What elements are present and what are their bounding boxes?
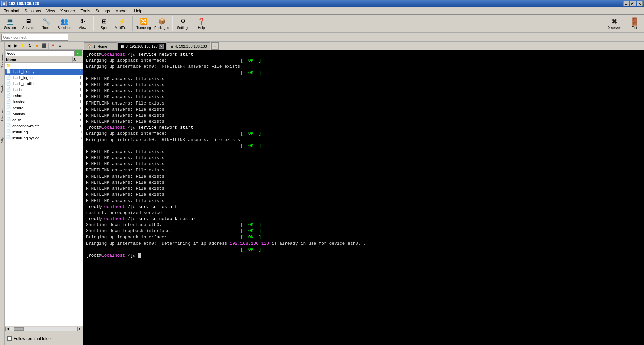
toolbar-tools[interactable]: 🔧 Tools	[38, 16, 55, 32]
file-item[interactable]: 📄 .bash_profile 1	[5, 81, 83, 87]
file-item[interactable]: 📄 .bash_logout 1	[5, 75, 83, 81]
tab-1-home[interactable]: 🏠 1. Home	[84, 42, 117, 50]
multiexec-label: MultiExec	[115, 26, 129, 30]
term-path: /]#	[125, 204, 136, 209]
file-list-header: Name S	[5, 57, 83, 63]
xserver-button[interactable]: ✖ X server	[604, 17, 625, 30]
side-label-sftp[interactable]: Sftp	[0, 135, 4, 145]
exit-button[interactable]: 🚪 Exit	[626, 17, 643, 30]
file-item[interactable]: 📄 .bashrc 1	[5, 87, 83, 93]
toolbar-packages[interactable]: 📦 Packages	[153, 16, 170, 32]
terminal-line: RTNETLINK answers: File exists	[86, 119, 641, 125]
terminal-line: [root@localhost /]#	[86, 253, 641, 259]
toolbar-split[interactable]: ⊞ Split	[95, 16, 113, 32]
tab-2-active[interactable]: 🖥 3. 192.168.136.128 ✕	[117, 42, 167, 50]
view-label: View	[79, 26, 86, 30]
packages-icon: 📦	[158, 17, 166, 25]
file-panel-footer: Follow terminal folder	[5, 332, 83, 345]
tab-2-icon: 🖥	[120, 44, 124, 49]
file-name: .lesshst	[12, 100, 73, 104]
menu-macros[interactable]: Macros	[113, 8, 131, 14]
toolbar-settings[interactable]: ⚙ Settings	[174, 16, 192, 32]
scroll-right-arrow[interactable]: ▶	[77, 327, 82, 331]
file-item[interactable]: 📄 .lesshst 1	[5, 99, 83, 105]
terminal-line: RTNETLINK answers: File exists	[86, 94, 641, 100]
menu-sessions[interactable]: Sessions	[22, 8, 44, 14]
fp-more-button[interactable]: ≡	[57, 42, 63, 49]
terminal-line: Bringing up loopback interface: [ OK ]	[86, 234, 641, 240]
terminal-line: restart: unrecognized service	[86, 210, 641, 216]
side-label-tools[interactable]: Tools	[0, 83, 4, 94]
new-tab-button[interactable]: +	[211, 42, 219, 50]
file-size: 1	[73, 106, 82, 110]
file-item[interactable]: 📄 install.log 9	[5, 129, 83, 135]
side-label-macros[interactable]: Macros	[0, 108, 4, 122]
file-item[interactable]: 📄 install.log.syslog 3	[5, 135, 83, 141]
toolbar-help[interactable]: ❓ Help	[193, 16, 210, 32]
menu-view[interactable]: View	[44, 8, 58, 14]
servers-label: Servers	[22, 26, 34, 30]
term-cmd: service restart	[136, 204, 177, 209]
close-button[interactable]: ✕	[637, 1, 643, 6]
fp-home-button[interactable]: ⬆	[19, 42, 26, 49]
file-item[interactable]: 📄 anaconda-ks.cfg 1	[5, 123, 83, 129]
terminal-line: Bringing up interface eth0: RTNETLINK an…	[86, 137, 641, 143]
terminal-line: RTNETLINK answers: File exists	[86, 198, 641, 204]
menu-tools[interactable]: Tools	[78, 8, 93, 14]
fp-back-button[interactable]: ◀	[5, 42, 12, 49]
toolbar-multiexec[interactable]: ⚡ MultiExec	[113, 16, 131, 32]
file-item[interactable]: 📄 .viminfo 1	[5, 111, 83, 117]
toolbar-tunneling[interactable]: 🔀 Tunneling	[135, 16, 152, 32]
follow-terminal-checkbox[interactable]	[7, 336, 12, 341]
file-size: 1	[73, 88, 82, 92]
tab-3-label: 4. 192.168.136.133	[175, 44, 207, 48]
term-cmd: service network start	[136, 125, 193, 130]
menu-xserver[interactable]: X server	[58, 8, 78, 14]
toolbar-view[interactable]: 👁 View	[74, 16, 91, 32]
toolbar-sessions[interactable]: 👥 Sessions	[56, 16, 73, 32]
fp-forward-button[interactable]: ▶	[12, 42, 19, 49]
sessions-label: Sessions	[58, 26, 71, 30]
menu-settings[interactable]: Settings	[93, 8, 113, 14]
toolbar-session[interactable]: 💻 Session	[1, 16, 19, 32]
tab-1-icon: 🏠	[87, 44, 92, 49]
tab-3[interactable]: 🖥 4. 192.168.136.133	[167, 42, 210, 50]
tab-3-icon: 🖥	[170, 44, 174, 49]
file-path-confirm[interactable]: ✓	[75, 50, 82, 56]
file-item[interactable]: 📄 .bash_history 4	[5, 69, 83, 75]
file-item[interactable]: 📁 ..	[5, 63, 83, 69]
tab-2-close[interactable]: ✕	[159, 44, 164, 49]
file-item[interactable]: 📄 .tcshrc 1	[5, 105, 83, 111]
maximize-button[interactable]: 🗗	[630, 1, 636, 6]
terminal-line: RTNETLINK answers: File exists	[86, 100, 641, 107]
terminal-line: RTNETLINK answers: File exists	[86, 180, 641, 186]
terminal-line: RTNETLINK answers: File exists	[86, 161, 641, 167]
scroll-track[interactable]	[10, 327, 77, 331]
menu-terminal[interactable]: Terminal	[1, 8, 22, 14]
terminal-line: [ OK ]	[86, 70, 641, 76]
toolbar-servers[interactable]: 🖥 Servers	[19, 16, 37, 32]
file-size: 4	[73, 70, 82, 74]
file-path-input[interactable]: /root/	[6, 50, 75, 56]
scroll-left-arrow[interactable]: ◀	[5, 327, 10, 331]
file-name: .bash_logout	[12, 76, 73, 80]
term-ok: [ OK ]	[240, 222, 261, 227]
term-ok: [ OK ]	[240, 228, 261, 233]
quick-connect-input[interactable]	[1, 34, 68, 41]
term-host: localhost	[102, 216, 125, 221]
fp-refresh-button[interactable]: ↻	[26, 42, 33, 49]
file-name: .bashrc	[12, 88, 73, 92]
tab-1-label: 1. Home	[93, 44, 107, 48]
fp-stop-button[interactable]: ⬛	[41, 42, 47, 49]
fp-bookmark-button[interactable]: ★	[34, 42, 40, 49]
terminal-line: [root@localhost /]# service network star…	[86, 125, 641, 131]
menu-help[interactable]: Help	[131, 8, 145, 14]
minimize-button[interactable]: 🗕	[623, 1, 629, 6]
file-item[interactable]: 📄 aa.sh 1	[5, 117, 83, 123]
fp-mark-button[interactable]: A	[50, 42, 56, 49]
file-item[interactable]: 📄 .cshrc 1	[5, 93, 83, 99]
terminal[interactable]: [root@localhost /]# service network star…	[83, 50, 644, 345]
side-label-sessions[interactable]: Sessions	[0, 52, 4, 69]
xserver-label: X server	[608, 26, 621, 30]
window-title: 192.168.136.128	[9, 1, 39, 6]
